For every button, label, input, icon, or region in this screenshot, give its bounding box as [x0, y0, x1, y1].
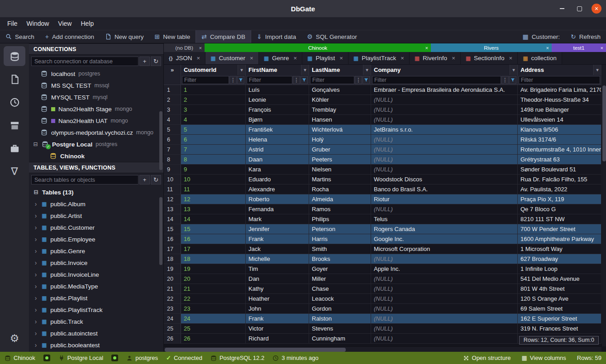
vertical-scrollbar-thumb[interactable] — [602, 85, 606, 161]
cell-firstname[interactable]: Mark — [246, 214, 309, 224]
cell-address[interactable]: Ullevålsveien 14 — [518, 115, 601, 124]
cell-firstname[interactable]: Frank — [246, 314, 309, 323]
cell-firstname[interactable]: Dan — [246, 274, 309, 284]
grid-expand-header[interactable]: » — [164, 65, 181, 75]
tab-sectioninfo[interactable]: ▦SectionInfo× — [461, 52, 518, 64]
row-number[interactable]: 13 — [164, 204, 181, 214]
cell-customerid[interactable]: 18 — [181, 254, 246, 264]
filter-input-company[interactable] — [372, 76, 501, 84]
cell-address[interactable]: 801 W 4th Street — [518, 284, 601, 293]
row-number[interactable]: 23 — [164, 304, 181, 313]
close-icon[interactable]: × — [294, 55, 297, 61]
table-item-public-invoiceline[interactable]: ›▦public.InvoiceLine — [29, 269, 163, 280]
toolbar-add-connection[interactable]: +Add connection — [40, 30, 100, 43]
cell-address[interactable]: Theodor-Heuss-Straße 34 — [518, 95, 601, 104]
cell-customerid[interactable]: 8 — [181, 155, 246, 164]
connection-item-olympus-medportal-vychozi-cz[interactable]: olympus-medportal.vychozi.czmongo — [29, 127, 163, 138]
tab-genre[interactable]: ▦Genre× — [259, 52, 302, 64]
cell-firstname[interactable]: Helena — [246, 135, 309, 144]
row-number[interactable]: 24 — [164, 314, 181, 323]
cell-lastname[interactable]: Nielsen — [309, 165, 371, 174]
chevron-right-icon[interactable]: › — [33, 212, 38, 219]
close-icon[interactable]: × — [339, 55, 343, 61]
funnel-icon[interactable] — [237, 76, 244, 84]
row-number[interactable]: 14 — [164, 214, 181, 224]
cell-address[interactable]: 120 S Orange Ave — [518, 294, 601, 303]
table-item-public-booleantest[interactable]: ›▦public.booleantest — [29, 339, 163, 351]
filter-input-lastname[interactable] — [310, 76, 354, 84]
funnel-icon[interactable] — [363, 76, 370, 84]
close-icon[interactable]: × — [401, 55, 404, 61]
connections-refresh-button[interactable]: ↻ — [151, 57, 161, 66]
cell-customerid[interactable]: 3 — [181, 105, 246, 114]
cell-lastname[interactable]: Gruber — [309, 145, 371, 154]
row-number[interactable]: 5 — [164, 125, 181, 134]
toolbar-new-table[interactable]: ⊞New table — [149, 30, 196, 43]
cell-customerid[interactable]: 25 — [181, 324, 246, 333]
cell-address[interactable]: 700 W Pender Street — [518, 224, 601, 234]
db-tab-test1[interactable]: test1× — [552, 43, 606, 52]
cell-firstname[interactable]: Roberto — [246, 194, 309, 204]
cell-lastname[interactable]: Gonçalves — [309, 85, 371, 95]
cell-customerid[interactable]: 13 — [181, 204, 246, 214]
cell-company[interactable]: Riotur — [371, 194, 518, 204]
toolbar-new-query[interactable]: New query — [100, 30, 149, 43]
close-icon[interactable]: × — [250, 55, 253, 61]
cell-lastname[interactable]: Ramos — [309, 204, 371, 214]
kebab-icon[interactable]: ⋮ — [229, 76, 237, 84]
cell-company[interactable]: (NULL) — [371, 274, 518, 284]
row-number[interactable]: 12 — [164, 194, 181, 204]
table-item-public-autoinctest[interactable]: ›▦public.autoinctest — [29, 327, 163, 339]
column-header-customerid[interactable]: CustomerId▾ — [181, 65, 246, 75]
cell-customerid[interactable]: 9 — [181, 165, 246, 174]
chevron-right-icon[interactable]: › — [33, 236, 38, 243]
tab-customer[interactable]: ▦Customer× — [205, 52, 258, 64]
cell-customerid[interactable]: 5 — [181, 125, 246, 134]
table-item-public-album[interactable]: ›▦public.Album — [29, 198, 163, 210]
cell-company[interactable]: (NULL) — [371, 334, 518, 343]
cell-company[interactable]: (NULL) — [371, 304, 518, 313]
row-number[interactable]: 22 — [164, 294, 181, 303]
cell-company[interactable]: (NULL) — [371, 284, 518, 293]
database-icon[interactable] — [4, 46, 25, 66]
row-number[interactable]: 17 — [164, 244, 181, 254]
cell-company[interactable]: Google Inc. — [371, 234, 518, 244]
cell-lastname[interactable]: Tremblay — [309, 105, 371, 114]
cell-address[interactable]: 319 N. Frances Street — [518, 324, 601, 333]
cell-address[interactable]: Klanova 9/506 — [518, 125, 601, 134]
row-number[interactable]: 11 — [164, 184, 181, 194]
table-item-public-artist[interactable]: ›▦public.Artist — [29, 210, 163, 222]
chevron-right-icon[interactable]: › — [33, 247, 38, 255]
chevron-right-icon[interactable]: › — [33, 330, 38, 337]
cell-company[interactable]: Telus — [371, 214, 518, 224]
cell-address[interactable]: Rilská 3174/6 — [518, 135, 601, 144]
cell-firstname[interactable]: Frank — [246, 234, 309, 244]
funnel-icon[interactable] — [509, 76, 516, 84]
close-button[interactable]: × — [592, 4, 601, 14]
kebab-icon[interactable]: ⋮ — [501, 76, 509, 84]
cell-customerid[interactable]: 22 — [181, 294, 246, 303]
cell-company[interactable]: (NULL) — [371, 155, 518, 164]
cell-firstname[interactable]: Kara — [246, 165, 309, 174]
row-number[interactable]: 15 — [164, 224, 181, 234]
cell-address[interactable]: Rotenturmstraße 4, 1010 Innere Stadt — [518, 145, 601, 154]
cell-customerid[interactable]: 17 — [181, 244, 246, 254]
cell-firstname[interactable]: François — [246, 105, 309, 114]
cell-address[interactable]: Av. Brigadeiro Faria Lima, 2170 — [518, 85, 601, 95]
cell-lastname[interactable]: Wichterlová — [309, 125, 371, 134]
chevron-down-icon[interactable]: ▾ — [510, 65, 517, 75]
toolbar-import-data[interactable]: ⇓Import data — [251, 30, 301, 43]
jobs-icon[interactable] — [4, 138, 25, 158]
cell-company[interactable]: (NULL) — [371, 105, 518, 114]
menu-item-window[interactable]: Window — [22, 17, 54, 30]
cell-address[interactable]: Av. Paulista, 2022 — [518, 184, 601, 194]
horizontal-scrollbar-thumb[interactable] — [165, 348, 346, 352]
connections-add-button[interactable]: + — [139, 57, 150, 66]
cell-address[interactable]: 1 Infinite Loop — [518, 264, 601, 274]
cell-company[interactable]: Woodstock Discos — [371, 175, 518, 184]
cell-customerid[interactable]: 11 — [181, 184, 246, 194]
funnel-icon[interactable] — [301, 76, 308, 84]
cell-customerid[interactable]: 12 — [181, 194, 246, 204]
kebab-icon[interactable]: ⋮ — [355, 76, 362, 84]
db-tab-no-db[interactable]: (no DB)× — [164, 43, 205, 52]
